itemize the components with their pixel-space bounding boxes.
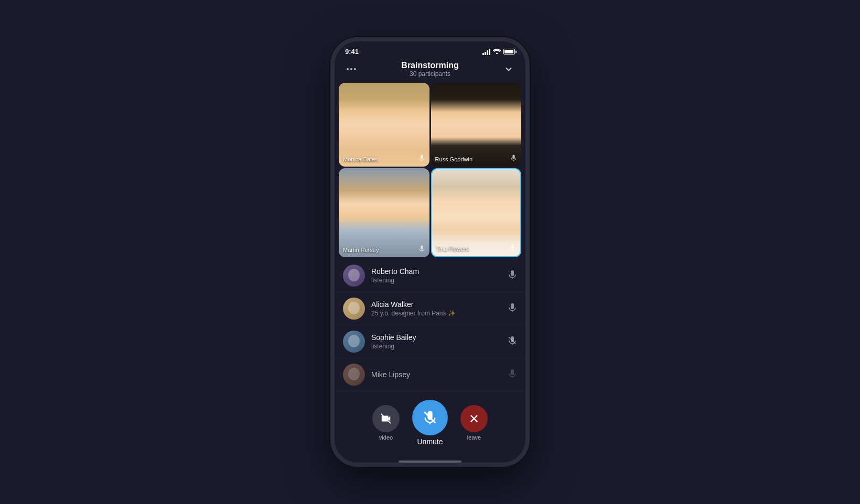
participant-status-sophie: listening — [371, 343, 508, 350]
participant-count: 30 participants — [401, 70, 458, 78]
mic-icon-mike — [508, 369, 517, 380]
participant-label-russ: Russ Goodwin — [435, 156, 473, 162]
mic-icon-russ — [510, 155, 517, 162]
battery-icon — [503, 49, 515, 54]
mute-button[interactable] — [412, 400, 448, 435]
video-cell-tina[interactable]: Tina Flowers — [431, 168, 522, 257]
participant-info-sophie: Sophie Bailey listening — [371, 333, 508, 350]
participant-status-roberto: listening — [371, 277, 508, 284]
status-time: 9:41 — [345, 48, 359, 56]
phone-device: 9:41 — [330, 37, 530, 467]
leave-button[interactable] — [460, 405, 488, 432]
video-cell-martin[interactable]: Martin Hersey — [339, 168, 429, 257]
list-item-alicia[interactable]: Alicia Walker 25 y.o. designer from Pari… — [335, 292, 525, 325]
avatar-mike — [343, 364, 365, 386]
mic-icon-martin — [418, 245, 425, 253]
status-bar: 9:41 — [335, 41, 525, 58]
status-icons — [482, 48, 515, 56]
collapse-button[interactable] — [500, 61, 517, 78]
video-grid: Monica Bates Russ Goodwin — [335, 83, 525, 257]
video-cell-russ[interactable]: Russ Goodwin — [431, 83, 522, 167]
participant-label-tina: Tina Flowers — [436, 246, 469, 252]
participant-status-alicia: 25 y.o. designer from Paris ✨ — [371, 310, 508, 317]
participant-name-mike: Mike Lipsey — [371, 370, 508, 379]
leave-button-group: leave — [460, 405, 488, 441]
mic-muted-icon-sophie — [508, 336, 517, 347]
participant-label-monica: Monica Bates — [343, 156, 378, 162]
signal-icon — [482, 49, 490, 55]
participant-info-mike: Mike Lipsey — [371, 370, 508, 379]
avatar-alicia — [343, 298, 365, 320]
video-label: video — [379, 434, 393, 441]
participant-list: Roberto Cham listening Alicia Walker 25 … — [335, 259, 525, 396]
video-button-group: video — [372, 405, 400, 441]
list-item-roberto[interactable]: Roberto Cham listening — [335, 259, 525, 292]
avatar-sophie — [343, 331, 365, 353]
participant-info-roberto: Roberto Cham listening — [371, 267, 508, 284]
mic-icon-roberto — [508, 270, 517, 281]
wifi-icon — [493, 48, 501, 56]
mic-icon-monica — [418, 155, 425, 162]
participant-name-roberto: Roberto Cham — [371, 267, 508, 276]
participant-name-sophie: Sophie Bailey — [371, 333, 508, 342]
participant-label-martin: Martin Hersey — [343, 247, 379, 253]
mic-icon-alicia — [508, 303, 517, 314]
leave-label: leave — [467, 434, 481, 441]
bottom-controls: video Unmute — [335, 396, 525, 458]
call-header: Brainstorming 30 participants — [335, 58, 525, 83]
video-cell-monica[interactable]: Monica Bates — [339, 83, 429, 167]
call-title-group: Brainstorming 30 participants — [401, 61, 458, 78]
video-button[interactable] — [372, 405, 400, 432]
list-item-sophie[interactable]: Sophie Bailey listening — [335, 325, 525, 358]
phone-screen: 9:41 — [335, 41, 525, 463]
menu-button[interactable] — [343, 61, 360, 78]
mic-icon-tina — [509, 244, 516, 252]
call-title: Brainstorming — [401, 61, 458, 70]
home-indicator — [399, 461, 461, 463]
control-buttons-row: video Unmute — [372, 400, 488, 446]
unmute-label: Unmute — [417, 437, 443, 446]
participant-info-alicia: Alicia Walker 25 y.o. designer from Pari… — [371, 300, 508, 317]
list-item-mike[interactable]: Mike Lipsey — [335, 358, 525, 391]
mute-button-group: Unmute — [412, 400, 448, 446]
participant-name-alicia: Alicia Walker — [371, 300, 508, 309]
avatar-roberto — [343, 265, 365, 287]
